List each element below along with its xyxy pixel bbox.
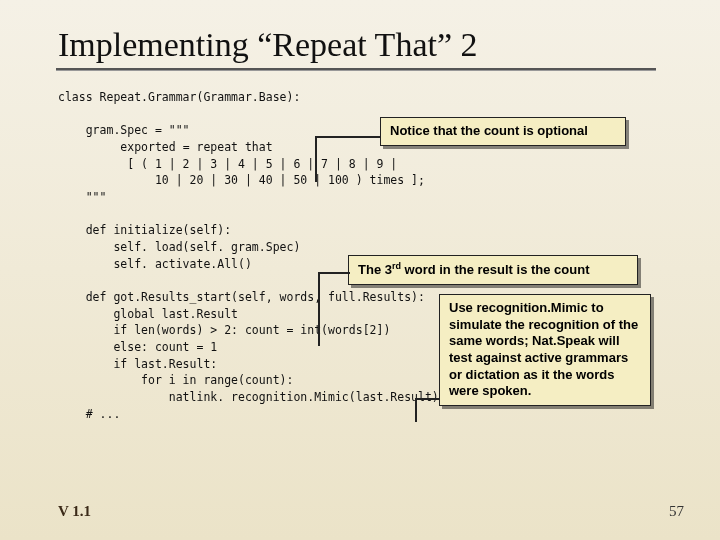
arrow-icon [315,136,317,182]
arrow-icon [415,398,439,400]
version-label: V 1.1 [58,503,91,520]
title-divider [56,68,656,71]
callout-text: The 3 [358,262,392,277]
arrow-icon [315,136,381,138]
callout-text: word in the result is the count [401,262,590,277]
arrow-icon [318,272,350,274]
callout-optional-count: Notice that the count is optional [380,117,626,146]
arrow-icon [318,272,320,346]
slide-title: Implementing “Repeat That” 2 [58,26,676,64]
callout-sup: rd [392,261,401,271]
callout-mimic: Use recognition.Mimic to simulate the re… [439,294,651,406]
callout-third-word: The 3rd word in the result is the count [348,255,638,285]
arrow-icon [415,398,417,422]
page-number: 57 [669,503,684,520]
